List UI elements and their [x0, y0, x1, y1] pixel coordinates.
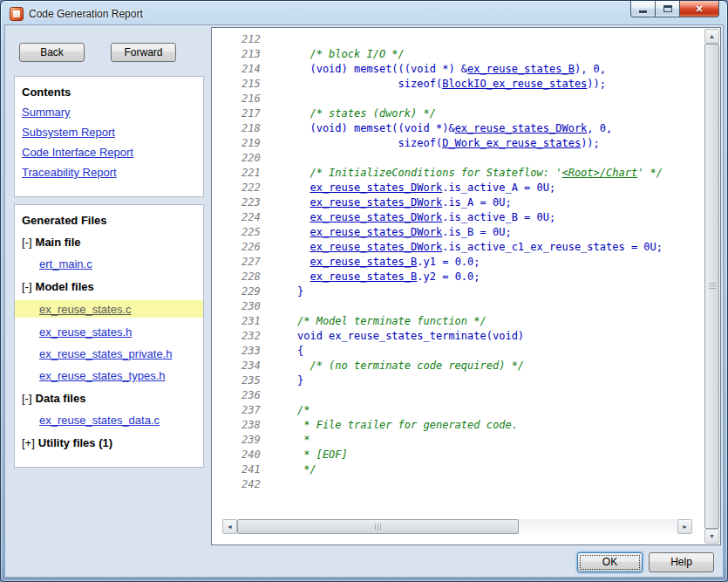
- ok-button[interactable]: OK: [577, 552, 643, 572]
- code-link[interactable]: ex_reuse_states_B: [310, 256, 417, 268]
- tree-toggle-icon[interactable]: [-]: [22, 392, 32, 405]
- code-text: [297, 226, 310, 238]
- code-text: [297, 181, 310, 194]
- tree-toggle-icon[interactable]: [-]: [22, 236, 32, 249]
- code-text: .is_active_A = 0U;: [442, 181, 555, 194]
- line-number: 241: [242, 462, 297, 477]
- code-text: .is_active_B = 0U;: [442, 211, 555, 223]
- code-link[interactable]: ex_reuse_states_DWork: [310, 181, 442, 194]
- code-text: [297, 241, 310, 253]
- close-button[interactable]: ✕: [680, 1, 719, 17]
- line-number: 224: [242, 210, 297, 225]
- code-line: 216: [242, 92, 704, 106]
- maximize-button[interactable]: [656, 1, 680, 17]
- right-arrow-icon: ►: [682, 524, 688, 530]
- code-link[interactable]: ex_reuse_states_DWork: [310, 241, 442, 253]
- code-text: [297, 211, 310, 223]
- line-number: 214: [242, 62, 297, 77]
- line-number: 227: [242, 255, 297, 270]
- tree-group: [-]Data files: [22, 392, 196, 405]
- scroll-left-button[interactable]: ◄: [222, 519, 237, 534]
- window-controls: ✕: [630, 1, 719, 17]
- left-arrow-icon: ◄: [227, 524, 233, 530]
- code-line: 234 /* (no terminate code required) */: [242, 359, 704, 373]
- code-line: 223 ex_reuse_states_DWork.is_A = 0U;: [242, 195, 704, 210]
- tree-toggle-icon[interactable]: [+]: [22, 436, 35, 449]
- code-line: 214 (void) memset(((void *) &ex_reuse_st…: [242, 62, 704, 77]
- scroll-up-button[interactable]: ▲: [704, 29, 719, 44]
- back-button[interactable]: Back: [19, 43, 85, 62]
- minimize-button[interactable]: [630, 1, 656, 17]
- code-line: 228 ex_reuse_states_B.y2 = 0.0;: [242, 270, 704, 284]
- code-link[interactable]: ex_reuse_states_DWork: [310, 196, 442, 209]
- code-text: .y2 = 0.0;: [417, 270, 480, 283]
- contents-link-summary[interactable]: Summary: [22, 106, 196, 119]
- code-line: 215 sizeof(BlockIO_ex_reuse_states));: [242, 77, 704, 92]
- generated-files-heading: Generated Files: [22, 214, 196, 227]
- code-link[interactable]: ex_reuse_states_B: [467, 63, 575, 75]
- report-icon: [10, 7, 24, 21]
- code-line: 229}: [242, 284, 704, 299]
- code-text: .is_active_c1_ex_reuse_states = 0U;: [442, 241, 663, 253]
- generated-files-panel: Generated Files [-]Main fileert_main.c[-…: [14, 204, 204, 468]
- horizontal-scroll-thumb[interactable]: [237, 519, 519, 534]
- code-comment: /* InitializeConditions for Stateflow: ': [297, 167, 561, 179]
- line-number: 235: [242, 373, 297, 388]
- file-link[interactable]: ex_reuse_states.h: [39, 325, 132, 339]
- horizontal-scrollbar[interactable]: ◄ ►: [222, 519, 692, 534]
- code-line: 221 /* InitializeConditions for Stateflo…: [242, 166, 704, 181]
- code-text: sizeof(: [297, 78, 442, 90]
- contents-link-subsystem-report[interactable]: Subsystem Report: [22, 126, 196, 139]
- line-number: 221: [242, 166, 297, 181]
- code-link[interactable]: <Root>/Chart: [561, 167, 637, 179]
- scroll-right-button[interactable]: ►: [677, 519, 692, 534]
- code-link[interactable]: ex_reuse_states_B: [310, 270, 417, 283]
- line-number: 231: [242, 314, 297, 329]
- forward-button[interactable]: Forward: [111, 43, 176, 62]
- contents-link-code-interface-report[interactable]: Code Interface Report: [22, 146, 196, 159]
- code-comment: *: [297, 434, 310, 446]
- code-text: {: [297, 345, 303, 357]
- tree-group: [-]Model files: [22, 280, 196, 293]
- footer-bar: OK Help: [5, 547, 723, 577]
- line-number: 217: [242, 106, 297, 121]
- line-number: 236: [242, 388, 297, 403]
- file-link[interactable]: ex_reuse_states_private.h: [39, 347, 172, 360]
- vertical-scrollbar[interactable]: ▲ ▼: [704, 29, 719, 544]
- code-link[interactable]: D_Work_ex_reuse_states: [442, 137, 581, 149]
- file-row: ex_reuse_states.h: [22, 324, 196, 339]
- code-link[interactable]: ex_reuse_states_DWork: [310, 211, 442, 223]
- help-button[interactable]: Help: [649, 552, 714, 572]
- tree-group: [-]Main file: [22, 236, 196, 249]
- line-number: 233: [242, 344, 297, 359]
- file-row: ex_reuse_states_data.c: [22, 412, 196, 428]
- tree-group-label: Model files: [36, 280, 94, 293]
- file-link[interactable]: ex_reuse_states.c: [39, 303, 132, 316]
- code-line: 233{: [242, 344, 704, 359]
- scroll-down-button[interactable]: ▼: [704, 529, 719, 544]
- code-line: 232void ex_reuse_states_terminate(void): [242, 329, 704, 344]
- file-row: ex_reuse_states_private.h: [22, 346, 196, 361]
- tree-group-label: Data files: [36, 392, 86, 405]
- vertical-scroll-thumb[interactable]: [704, 44, 719, 529]
- file-link[interactable]: ex_reuse_states_data.c: [39, 414, 160, 427]
- line-number: 230: [242, 299, 297, 314]
- line-number: 222: [242, 181, 297, 195]
- code-link[interactable]: ex_reuse_states_DWork: [310, 226, 442, 238]
- code-line: 238 * File trailer for generated code.: [242, 418, 704, 433]
- code-text: ));: [581, 137, 600, 149]
- code-comment: */: [297, 463, 316, 476]
- code-link[interactable]: ex_reuse_states_DWork: [455, 122, 588, 134]
- title-bar[interactable]: Code Generation Report: [4, 1, 724, 24]
- code-link[interactable]: BlockIO_ex_reuse_states: [442, 78, 587, 90]
- contents-link-traceability-report[interactable]: Traceability Report: [22, 166, 196, 179]
- file-link[interactable]: ex_reuse_states_types.h: [39, 369, 166, 382]
- code-line: 237/*: [242, 403, 704, 418]
- line-number: 229: [242, 284, 297, 299]
- line-number: 238: [242, 418, 297, 433]
- contents-link-list: SummarySubsystem ReportCode Interface Re…: [22, 106, 196, 179]
- file-link[interactable]: ert_main.c: [39, 257, 92, 270]
- tree-toggle-icon[interactable]: [-]: [22, 280, 32, 293]
- line-number: 237: [242, 403, 297, 418]
- code-text: [297, 270, 310, 283]
